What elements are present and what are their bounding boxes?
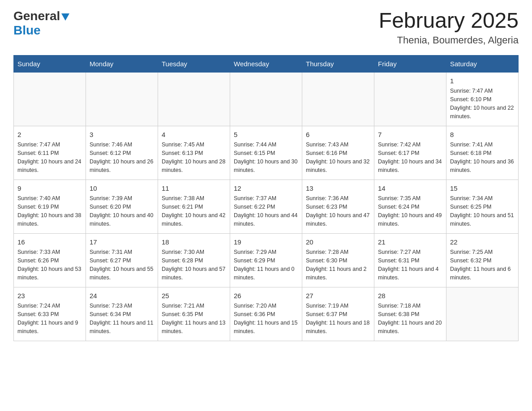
- sunrise-text: Sunrise: 7:41 AM: [450, 141, 493, 148]
- sunrise-text: Sunrise: 7:33 AM: [17, 249, 60, 255]
- sunset-text: Sunset: 6:32 PM: [450, 257, 491, 264]
- sunset-text: Sunset: 6:18 PM: [450, 150, 491, 156]
- calendar-cell: 4Sunrise: 7:45 AMSunset: 6:13 PMDaylight…: [158, 126, 230, 180]
- sunset-text: Sunset: 6:16 PM: [306, 150, 347, 156]
- daylight-text: Daylight: 11 hours and 4 minutes.: [378, 266, 439, 281]
- week-row-5: 23Sunrise: 7:24 AMSunset: 6:33 PMDayligh…: [14, 287, 519, 341]
- calendar-cell: 3Sunrise: 7:46 AMSunset: 6:12 PMDaylight…: [86, 126, 158, 180]
- day-number: 12: [234, 184, 298, 194]
- daylight-text: Daylight: 10 hours and 44 minutes.: [234, 212, 297, 227]
- sunrise-text: Sunrise: 7:27 AM: [378, 249, 420, 255]
- location-subtitle: Thenia, Boumerdes, Algeria: [379, 34, 519, 46]
- calendar-cell: 28Sunrise: 7:18 AMSunset: 6:38 PMDayligh…: [374, 287, 446, 341]
- sunrise-text: Sunrise: 7:35 AM: [378, 195, 420, 201]
- daylight-text: Daylight: 10 hours and 28 minutes.: [162, 158, 225, 173]
- calendar-cell: 24Sunrise: 7:23 AMSunset: 6:34 PMDayligh…: [86, 287, 158, 341]
- sunset-text: Sunset: 6:19 PM: [17, 204, 59, 210]
- daylight-text: Daylight: 11 hours and 18 minutes.: [306, 320, 369, 334]
- daylight-text: Daylight: 10 hours and 47 minutes.: [306, 212, 369, 227]
- calendar-cell: 17Sunrise: 7:31 AMSunset: 6:27 PMDayligh…: [86, 233, 158, 287]
- column-header-tuesday: Tuesday: [158, 55, 230, 72]
- calendar-cell: 15Sunrise: 7:34 AMSunset: 6:25 PMDayligh…: [446, 180, 519, 233]
- day-number: 13: [306, 184, 370, 194]
- sunset-text: Sunset: 6:38 PM: [378, 311, 419, 317]
- day-number: 5: [234, 130, 298, 140]
- sunset-text: Sunset: 6:23 PM: [306, 204, 347, 210]
- column-header-monday: Monday: [86, 55, 158, 72]
- calendar-cell: 22Sunrise: 7:25 AMSunset: 6:32 PMDayligh…: [446, 233, 519, 287]
- calendar-cell: 8Sunrise: 7:41 AMSunset: 6:18 PMDaylight…: [446, 126, 519, 180]
- logo-blue-text: Blue: [13, 23, 41, 37]
- column-header-sunday: Sunday: [14, 55, 86, 72]
- sunrise-text: Sunrise: 7:20 AM: [234, 303, 276, 309]
- logo: General Blue: [13, 9, 69, 38]
- daylight-text: Daylight: 11 hours and 9 minutes.: [17, 320, 78, 334]
- calendar-cell: 7Sunrise: 7:42 AMSunset: 6:17 PMDaylight…: [374, 126, 446, 180]
- calendar-cell: 11Sunrise: 7:38 AMSunset: 6:21 PMDayligh…: [158, 180, 230, 233]
- day-number: 24: [90, 291, 154, 301]
- week-row-4: 16Sunrise: 7:33 AMSunset: 6:26 PMDayligh…: [14, 233, 519, 287]
- calendar-cell: 2Sunrise: 7:47 AMSunset: 6:11 PMDaylight…: [14, 126, 86, 180]
- calendar-cell: 6Sunrise: 7:43 AMSunset: 6:16 PMDaylight…: [302, 126, 374, 180]
- sunrise-text: Sunrise: 7:36 AM: [306, 195, 348, 201]
- sunrise-text: Sunrise: 7:44 AM: [234, 141, 276, 148]
- calendar-cell: 5Sunrise: 7:44 AMSunset: 6:15 PMDaylight…: [230, 126, 302, 180]
- week-row-3: 9Sunrise: 7:40 AMSunset: 6:19 PMDaylight…: [14, 180, 519, 233]
- logo-general-text: General: [13, 9, 60, 23]
- day-number: 25: [162, 291, 226, 301]
- svg-marker-0: [61, 13, 69, 21]
- sunrise-text: Sunrise: 7:30 AM: [162, 249, 204, 255]
- daylight-text: Daylight: 11 hours and 11 minutes.: [90, 320, 153, 334]
- day-number: 1: [450, 76, 515, 86]
- sunset-text: Sunset: 6:37 PM: [306, 311, 347, 317]
- day-number: 14: [378, 184, 442, 194]
- daylight-text: Daylight: 11 hours and 15 minutes.: [234, 320, 297, 334]
- calendar-cell: 1Sunrise: 7:47 AMSunset: 6:10 PMDaylight…: [446, 72, 519, 126]
- sunset-text: Sunset: 6:11 PM: [17, 150, 59, 156]
- daylight-text: Daylight: 10 hours and 55 minutes.: [90, 266, 153, 281]
- sunrise-text: Sunrise: 7:29 AM: [234, 249, 276, 255]
- calendar-cell: 21Sunrise: 7:27 AMSunset: 6:31 PMDayligh…: [374, 233, 446, 287]
- daylight-text: Daylight: 10 hours and 42 minutes.: [162, 212, 225, 227]
- day-number: 27: [306, 291, 370, 301]
- sunset-text: Sunset: 6:25 PM: [450, 204, 491, 210]
- calendar-cell: 14Sunrise: 7:35 AMSunset: 6:24 PMDayligh…: [374, 180, 446, 233]
- day-number: 21: [378, 237, 442, 248]
- column-header-friday: Friday: [374, 55, 446, 72]
- calendar-cell: 23Sunrise: 7:24 AMSunset: 6:33 PMDayligh…: [14, 287, 86, 341]
- sunset-text: Sunset: 6:20 PM: [90, 204, 131, 210]
- daylight-text: Daylight: 10 hours and 22 minutes.: [450, 105, 514, 120]
- sunset-text: Sunset: 6:28 PM: [162, 257, 203, 264]
- day-number: 18: [162, 237, 226, 248]
- daylight-text: Daylight: 11 hours and 6 minutes.: [450, 266, 511, 281]
- title-area: February 2025 Thenia, Boumerdes, Algeria: [379, 9, 519, 46]
- calendar-cell: 16Sunrise: 7:33 AMSunset: 6:26 PMDayligh…: [14, 233, 86, 287]
- calendar-table: SundayMondayTuesdayWednesdayThursdayFrid…: [13, 55, 519, 341]
- day-number: 8: [450, 130, 515, 140]
- calendar-cell: [302, 72, 374, 126]
- calendar-cell: 10Sunrise: 7:39 AMSunset: 6:20 PMDayligh…: [86, 180, 158, 233]
- week-row-2: 2Sunrise: 7:47 AMSunset: 6:11 PMDaylight…: [14, 126, 519, 180]
- daylight-text: Daylight: 10 hours and 24 minutes.: [17, 158, 81, 173]
- day-number: 28: [378, 291, 442, 301]
- day-number: 17: [90, 237, 154, 248]
- daylight-text: Daylight: 10 hours and 40 minutes.: [90, 212, 153, 227]
- column-header-thursday: Thursday: [302, 55, 374, 72]
- sunrise-text: Sunrise: 7:34 AM: [450, 195, 493, 201]
- sunset-text: Sunset: 6:13 PM: [162, 150, 203, 156]
- sunrise-text: Sunrise: 7:37 AM: [234, 195, 276, 201]
- daylight-text: Daylight: 10 hours and 49 minutes.: [378, 212, 442, 227]
- day-number: 15: [450, 184, 515, 194]
- sunrise-text: Sunrise: 7:18 AM: [378, 303, 420, 309]
- sunrise-text: Sunrise: 7:42 AM: [378, 141, 420, 148]
- daylight-text: Daylight: 10 hours and 51 minutes.: [450, 212, 514, 227]
- daylight-text: Daylight: 11 hours and 13 minutes.: [162, 320, 225, 334]
- sunset-text: Sunset: 6:17 PM: [378, 150, 419, 156]
- sunrise-text: Sunrise: 7:39 AM: [90, 195, 132, 201]
- sunset-text: Sunset: 6:15 PM: [234, 150, 275, 156]
- day-number: 16: [17, 237, 82, 248]
- sunset-text: Sunset: 6:21 PM: [162, 204, 203, 210]
- sunrise-text: Sunrise: 7:28 AM: [306, 249, 348, 255]
- sunset-text: Sunset: 6:26 PM: [17, 257, 59, 264]
- sunset-text: Sunset: 6:27 PM: [90, 257, 131, 264]
